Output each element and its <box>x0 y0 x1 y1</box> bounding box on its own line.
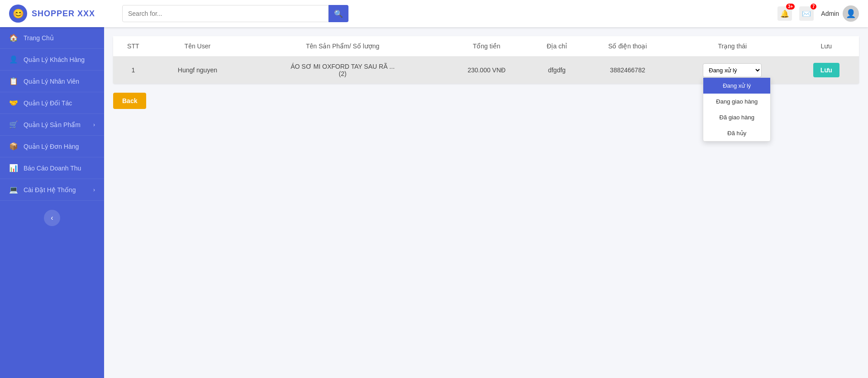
col-so-dien-thoai: Số điện thoại <box>584 36 671 57</box>
sidebar: 🏠 Trang Chủ 👤 Quản Lý Khách Hàng 📋 Quản … <box>0 27 104 378</box>
back-button[interactable]: Back <box>113 93 146 109</box>
sidebar-icon-trang-chu: 🏠 <box>9 33 18 42</box>
cell-ten-user: Hungf nguyen <box>153 57 242 84</box>
chevron-icon-cai-dat-he-thong: › <box>93 187 95 193</box>
orders-table: STT Tên User Tên Sản Phẩm/ Số lượng Tổng… <box>113 36 859 84</box>
cell-ten-san-pham: ÁO SƠ MI OXFORD TAY SAU RÃ ...(2) <box>242 57 444 84</box>
col-ten-user: Tên User <box>153 36 242 57</box>
col-trang-thai: Trạng thái <box>671 36 794 57</box>
col-ten-san-pham: Tên Sản Phẩm/ Số lượng <box>242 36 444 57</box>
orders-table-container: STT Tên User Tên Sản Phẩm/ Số lượng Tổng… <box>113 36 859 84</box>
sidebar-icon-quan-ly-khach-hang: 👤 <box>9 55 18 64</box>
sidebar-icon-quan-ly-san-pham: 🛒 <box>9 120 18 129</box>
admin-name: Admin <box>821 10 839 17</box>
chevron-icon-quan-ly-san-pham: › <box>93 122 95 128</box>
col-tong-tien: Tổng tiền <box>444 36 529 57</box>
save-button[interactable]: Lưu <box>813 63 839 77</box>
sidebar-icon-quan-ly-nhan-vien: 📋 <box>9 77 18 85</box>
status-select[interactable]: Đang xử lýĐang giao hàngĐã giao hàngĐã h… <box>703 63 762 77</box>
sidebar-label-quan-ly-doi-tac: Quản Lý Đối Tác <box>24 99 72 107</box>
col-dia-chi: Địa chỉ <box>529 36 584 57</box>
admin-profile[interactable]: Admin 👤 <box>821 5 859 22</box>
notifications-bell[interactable]: 🔔 3+ <box>777 6 792 21</box>
sidebar-item-bao-cao-doanh-thu[interactable]: 📊 Báo Cáo Doanh Thu <box>0 157 104 179</box>
search-button[interactable]: 🔍 <box>329 5 348 22</box>
header-logo-area: 😊 SHOPPER XXX <box>9 5 113 23</box>
sidebar-item-trang-chu[interactable]: 🏠 Trang Chủ <box>0 27 104 49</box>
header-right: 🔔 3+ ✉️ 7 Admin 👤 <box>777 5 859 22</box>
status-option[interactable]: Đã hủy <box>703 125 770 141</box>
header: 😊 SHOPPER XXX 🔍 🔔 3+ ✉️ 7 Admin 👤 <box>0 0 868 27</box>
sidebar-label-quan-ly-don-hang: Quản Lý Đơn Hàng <box>24 143 79 150</box>
avatar: 👤 <box>843 5 859 22</box>
table-header-row: STT Tên User Tên Sản Phẩm/ Số lượng Tổng… <box>113 36 859 57</box>
sidebar-item-quan-ly-nhan-vien[interactable]: 📋 Quản Lý Nhân Viên <box>0 71 104 92</box>
logo-text: SHOPPER XXX <box>32 9 95 19</box>
table-row: 1 Hungf nguyen ÁO SƠ MI OXFORD TAY SAU R… <box>113 57 859 84</box>
status-option[interactable]: Đã giao hàng <box>703 109 770 125</box>
sidebar-label-quan-ly-nhan-vien: Quản Lý Nhân Viên <box>24 78 79 85</box>
sidebar-item-quan-ly-don-hang[interactable]: 📦 Quản Lý Đơn Hàng <box>0 136 104 157</box>
sidebar-icon-cai-dat-he-thong: 💻 <box>9 185 18 194</box>
status-option[interactable]: Đang xử lý <box>703 78 770 94</box>
main-content: STT Tên User Tên Sản Phẩm/ Số lượng Tổng… <box>104 27 868 378</box>
sidebar-icon-quan-ly-doi-tac: 🤝 <box>9 99 18 107</box>
status-dropdown-wrapper: Đang xử lýĐang giao hàngĐã giao hàngĐã h… <box>703 63 762 77</box>
search-input[interactable] <box>122 5 329 22</box>
sidebar-icon-bao-cao-doanh-thu: 📊 <box>9 164 18 172</box>
status-option[interactable]: Đang giao hàng <box>703 94 770 109</box>
cell-stt: 1 <box>113 57 153 84</box>
cell-tong-tien: 230.000 VNĐ <box>444 57 529 84</box>
cell-trang-thai: Đang xử lýĐang giao hàngĐã giao hàngĐã h… <box>671 57 794 84</box>
sidebar-label-bao-cao-doanh-thu: Báo Cáo Doanh Thu <box>24 165 81 172</box>
search-bar: 🔍 <box>122 5 348 22</box>
sidebar-label-cai-dat-he-thong: Cài Đặt Hệ Thống <box>24 186 76 194</box>
col-stt: STT <box>113 36 153 57</box>
sidebar-label-quan-ly-san-pham: Quản Lý Sản Phẩm <box>24 121 81 128</box>
notifications-count: 3+ <box>786 4 795 9</box>
sidebar-item-quan-ly-khach-hang[interactable]: 👤 Quản Lý Khách Hàng <box>0 49 104 71</box>
cell-so-dien-thoai: 3882466782 <box>584 57 671 84</box>
sidebar-label-quan-ly-khach-hang: Quản Lý Khách Hàng <box>24 56 85 63</box>
logo-icon: 😊 <box>9 5 27 23</box>
col-luu: Lưu <box>794 36 859 57</box>
sidebar-icon-quan-ly-don-hang: 📦 <box>9 142 18 151</box>
cell-dia-chi: dfgdfg <box>529 57 584 84</box>
sidebar-label-trang-chu: Trang Chủ <box>24 34 54 42</box>
messages-envelope[interactable]: ✉️ 7 <box>799 6 814 21</box>
sidebar-item-cai-dat-he-thong[interactable]: 💻 Cài Đặt Hệ Thống › <box>0 179 104 201</box>
status-options-list: Đang xử lý Đang giao hàng Đã giao hàng Đ… <box>703 77 771 142</box>
sidebar-item-quan-ly-san-pham[interactable]: 🛒 Quản Lý Sản Phẩm › <box>0 114 104 136</box>
sidebar-collapse-button[interactable]: ‹ <box>44 210 60 226</box>
messages-count: 7 <box>811 4 817 9</box>
sidebar-item-quan-ly-doi-tac[interactable]: 🤝 Quản Lý Đối Tác <box>0 92 104 114</box>
cell-luu: Lưu <box>794 57 859 84</box>
app-body: 🏠 Trang Chủ 👤 Quản Lý Khách Hàng 📋 Quản … <box>0 27 868 378</box>
